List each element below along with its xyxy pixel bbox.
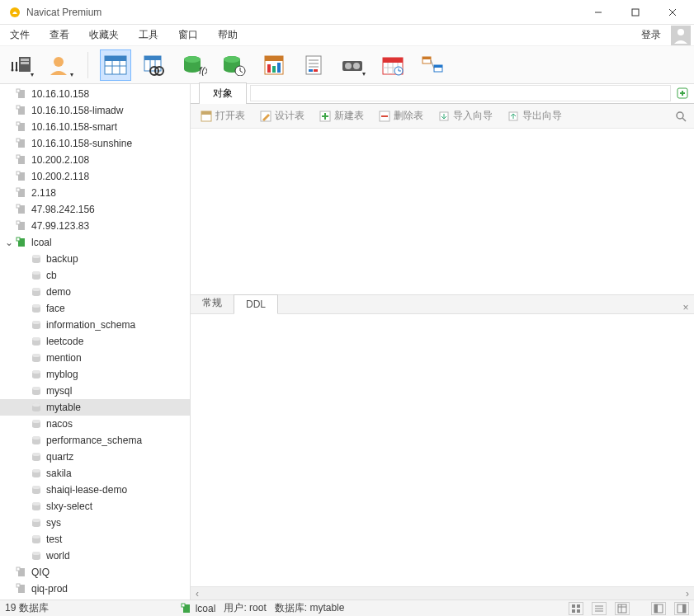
database-myblog[interactable]: myblog [0,366,190,383]
function-button[interactable]: f(x) [179,49,210,81]
connection-qiq-prod[interactable]: qiq-prod [0,581,190,597]
tree-node-icon [30,533,43,546]
connection-2.118[interactable]: 2.118 [0,185,190,201]
svg-rect-154 [654,604,658,613]
tree-node-icon [30,450,43,463]
tab-objects[interactable]: 对象 [199,82,247,104]
database-world[interactable]: world [0,548,190,564]
report-button[interactable] [298,49,329,81]
horizontal-scrollbar[interactable]: ‹ › [191,586,694,600]
table-button[interactable] [100,49,131,81]
delete-table-button[interactable]: 删除表 [374,107,428,125]
tree-node-icon [15,137,28,150]
connection-10.16.10.158[interactable]: 10.16.10.158 [0,86,190,102]
toggle-right-panel-button[interactable] [674,602,689,615]
search-icon[interactable] [673,108,689,125]
database-slxy-select[interactable]: slxy-select [0,498,190,515]
connection-button[interactable] [5,49,36,81]
connection-10.16.10.158-smart[interactable]: 10.16.10.158-smart [0,119,190,135]
minimize-button[interactable] [579,0,616,24]
menu-window[interactable]: 窗口 [168,25,208,45]
view-details-button[interactable] [615,602,630,615]
connection-47.98.242.156[interactable]: 47.98.242.156 [0,201,190,218]
view-button[interactable] [139,49,171,81]
connection-tree[interactable]: 10.16.10.15810.16.10.158-limadw10.16.10.… [0,84,191,600]
menu-help[interactable]: 帮助 [208,25,248,45]
tree-node-icon [30,401,43,414]
connection-lcoal[interactable]: ⌄lcoal [0,234,190,251]
database-mytable[interactable]: mytable [0,399,190,416]
model-button[interactable] [417,49,448,81]
database-backup[interactable]: backup [0,251,190,267]
new-table-button[interactable]: 新建表 [314,107,369,125]
menu-tools[interactable]: 工具 [129,25,168,45]
tree-node-icon [15,236,28,249]
query-button[interactable] [258,49,290,81]
tree-node-label: nacos [46,418,73,430]
menu-view[interactable]: 查看 [40,25,79,45]
connection-QIQ[interactable]: QIQ [0,564,190,581]
tree-node-label: mention [46,352,82,364]
tree-node-label: demo [46,286,71,298]
database-quartz[interactable]: quartz [0,449,190,465]
tree-node-label: mysql [46,385,72,397]
event-button[interactable] [219,49,250,81]
menu-favorites[interactable]: 收藏夹 [79,25,129,45]
backup-button[interactable] [338,49,369,81]
login-link[interactable]: 登录 [635,25,668,45]
tree-twisty-icon[interactable]: ⌄ [3,237,15,248]
database-test[interactable]: test [0,531,190,548]
database-nacos[interactable]: nacos [0,416,190,432]
open-table-button[interactable]: 打开表 [196,107,250,125]
svg-rect-146 [577,609,580,613]
tree-node-label: backup [46,253,78,265]
database-sys[interactable]: sys [0,515,190,531]
menu-file[interactable]: 文件 [0,25,40,45]
view-list-button[interactable] [592,602,607,615]
connection-10.200.2.118[interactable]: 10.200.2.118 [0,168,190,185]
svg-rect-60 [423,57,431,59]
tab-general[interactable]: 常规 [191,293,234,313]
scroll-right-icon[interactable]: › [681,588,694,600]
close-button[interactable] [654,0,691,24]
connection-10.16.10.158-sunshine[interactable]: 10.16.10.158-sunshine [0,135,190,152]
panel-close-icon[interactable]: × [677,302,694,313]
design-table-button[interactable]: 设计表 [255,107,309,125]
connection-10.16.10.158-limadw[interactable]: 10.16.10.158-limadw [0,102,190,119]
connection-10.200.2.108[interactable]: 10.200.2.108 [0,152,190,168]
user-button[interactable] [45,49,76,81]
database-mysql[interactable]: mysql [0,383,190,399]
avatar-icon[interactable] [671,26,691,45]
svg-rect-44 [309,69,313,72]
new-tab-button[interactable] [674,85,691,101]
maximize-button[interactable] [616,0,654,24]
view-large-icons-button[interactable] [569,602,583,615]
svg-point-109 [32,453,40,456]
database-cb[interactable]: cb [0,267,190,284]
database-shaiqi-lease-demo[interactable]: shaiqi-lease-demo [0,482,190,498]
connection-47.99.123.83[interactable]: 47.99.123.83 [0,218,190,234]
tab-ddl[interactable]: DDL [234,294,278,314]
schedule-button[interactable] [377,49,408,81]
svg-point-119 [32,535,40,538]
database-sakila[interactable]: sakila [0,465,190,482]
svg-rect-75 [17,172,20,175]
database-leetcode[interactable]: leetcode [0,333,190,350]
address-bar[interactable] [250,85,671,101]
database-mention[interactable]: mention [0,350,190,366]
svg-rect-12 [16,62,17,69]
tree-node-label: leetcode [46,336,83,347]
database-demo[interactable]: demo [0,284,190,300]
scroll-left-icon[interactable]: ‹ [191,588,204,600]
scroll-track[interactable] [204,588,681,600]
import-wizard-button[interactable]: 导入向导 [433,107,498,125]
svg-point-97 [32,354,40,357]
svg-point-139 [677,112,683,119]
database-face[interactable]: face [0,300,190,317]
database-performance_schema[interactable]: performance_schema [0,432,190,449]
toggle-left-panel-button[interactable] [651,602,666,615]
database-information_schema[interactable]: information_schema [0,317,190,333]
action-bar: 打开表 设计表 新建表 删除表 导入向导 导出向导 [191,104,694,129]
tree-node-label: sakila [46,468,72,479]
export-wizard-button[interactable]: 导出向导 [503,107,567,125]
